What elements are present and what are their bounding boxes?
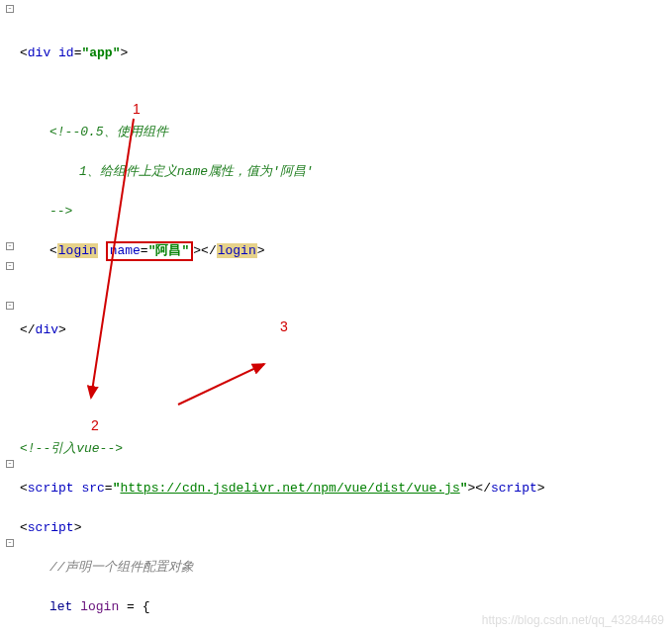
annotation-3: 3 bbox=[280, 317, 288, 336]
code-block: - - - - - - <div id="app"> <!--0.5、使用组件 … bbox=[0, 0, 672, 634]
code-comment: //声明一个组件配置对象 bbox=[20, 558, 672, 578]
code-line: <script> bbox=[20, 518, 672, 538]
watermark: https://blog.csdn.net/qq_43284469 bbox=[482, 610, 664, 630]
annotation-1: 1 bbox=[133, 99, 141, 119]
code-comment: <!--引入vue--> bbox=[20, 439, 672, 459]
annotation-2: 2 bbox=[91, 415, 99, 435]
code-line: <div id="app"> bbox=[20, 44, 672, 63]
code-line: </div> bbox=[20, 320, 672, 340]
highlight-box-1: name="阿昌" bbox=[106, 241, 194, 261]
fold-icon[interactable]: - bbox=[6, 242, 14, 250]
code-line: <script src="https://cdn.jsdelivr.net/np… bbox=[20, 479, 672, 498]
code-comment: <!--0.5、使用组件 bbox=[20, 123, 672, 142]
fold-icon[interactable]: - bbox=[6, 262, 14, 270]
fold-icon[interactable]: - bbox=[6, 5, 14, 13]
fold-gutter: - - - - - - bbox=[0, 0, 18, 634]
fold-icon[interactable]: - bbox=[6, 460, 14, 468]
code-comment: 1、给组件上定义name属性，值为'阿昌' bbox=[20, 162, 672, 182]
fold-icon[interactable]: - bbox=[6, 302, 14, 310]
code-line: <login name="阿昌"></login> bbox=[20, 241, 672, 261]
fold-icon[interactable]: - bbox=[6, 539, 14, 547]
code-comment: --> bbox=[20, 202, 672, 222]
